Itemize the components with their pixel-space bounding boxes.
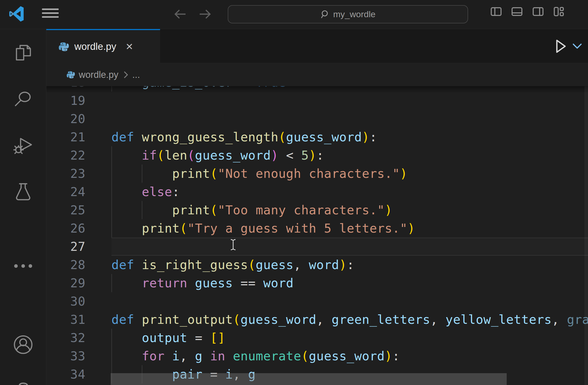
code-line-22[interactable]: 22 if(len(guess_word) < 5):: [46, 146, 588, 164]
editor-actions: [555, 29, 582, 63]
line-number: 30: [46, 292, 85, 310]
tab-wordle-py[interactable]: wordle.py ✕: [46, 29, 160, 63]
mouse-ibeam-cursor: [230, 239, 236, 251]
code-line-24[interactable]: 24 else:: [46, 183, 588, 201]
code-text: def print_output(guess_word, green_lette…: [111, 310, 588, 329]
tab-bar: wordle.py ✕: [46, 29, 588, 63]
code-text: print("Not enough characters."): [111, 164, 407, 183]
line-number: 29: [46, 274, 85, 292]
code-editor[interactable]: 18 game_is_over = True192021def wrong_gu…: [46, 86, 588, 385]
line-number: 21: [46, 128, 85, 146]
navigate-back-icon[interactable]: [174, 8, 187, 21]
code-text: else:: [111, 183, 180, 201]
vertical-scrollbar[interactable]: [584, 86, 588, 385]
code-lines: 18 game_is_over = True192021def wrong_gu…: [46, 86, 588, 385]
code-text: print("Try a guess with 5 letters."): [111, 219, 415, 237]
line-number: 28: [46, 256, 85, 274]
line-number: 23: [46, 164, 85, 183]
code-text: output = []: [111, 329, 225, 347]
code-line-18[interactable]: 18 game_is_over = True: [46, 86, 588, 91]
line-number: 18: [46, 86, 85, 91]
code-text: game_is_over = True: [111, 86, 286, 91]
line-number: 26: [46, 219, 85, 237]
code-line-29[interactable]: 29 return guess == word: [46, 274, 588, 292]
code-line-20[interactable]: 20: [46, 110, 588, 128]
menu-hamburger-icon[interactable]: [42, 8, 59, 20]
activity-bar: [0, 29, 46, 385]
code-line-19[interactable]: 19: [46, 91, 588, 110]
breadcrumb-file[interactable]: wordle.py: [79, 69, 118, 80]
navigate-forward-icon[interactable]: [199, 8, 212, 21]
breadcrumb-ellipsis[interactable]: ...: [132, 69, 140, 80]
toggle-panel-icon[interactable]: [511, 6, 523, 17]
line-number: 25: [46, 201, 85, 219]
code-line-26[interactable]: 26 print("Try a guess with 5 letters."): [46, 219, 588, 237]
vscode-logo-icon: [8, 6, 25, 22]
code-line-32[interactable]: 32 output = []: [46, 329, 588, 347]
python-file-icon-small: [66, 70, 75, 79]
toggle-secondary-sidebar-icon[interactable]: [532, 6, 544, 17]
code-line-28[interactable]: 28def is_right_guess(guess, word):: [46, 256, 588, 274]
customize-layout-icon[interactable]: [553, 6, 565, 17]
python-file-icon: [58, 41, 69, 52]
toggle-primary-sidebar-icon[interactable]: [490, 6, 502, 17]
code-line-30[interactable]: 30: [46, 292, 588, 310]
testing-flask-icon[interactable]: [0, 176, 46, 207]
code-line-33[interactable]: 33 for i, g in enumerate(guess_word):: [46, 347, 588, 365]
code-line-23[interactable]: 23 print("Not enough characters."): [46, 164, 588, 183]
search-value: my_wordle: [333, 9, 375, 19]
line-number: 22: [46, 146, 85, 164]
more-actions-icon[interactable]: [0, 251, 46, 281]
horizontal-scrollbar-thumb[interactable]: [111, 373, 507, 385]
code-text: def is_right_guess(guess, word):: [111, 256, 354, 274]
search-input[interactable]: my_wordle: [228, 5, 468, 23]
line-number: 34: [46, 365, 85, 383]
tab-label: wordle.py: [74, 41, 116, 52]
breadcrumb-chevron-icon: [123, 71, 129, 79]
code-line-27[interactable]: 27: [46, 237, 588, 256]
explorer-icon[interactable]: [0, 37, 46, 68]
code-text: for i, g in enumerate(guess_word):: [111, 347, 400, 365]
line-number: 32: [46, 329, 85, 347]
run-dropdown-chevron-icon[interactable]: [572, 43, 582, 50]
line-number: 24: [46, 183, 85, 201]
run-python-file-icon[interactable]: [555, 39, 567, 53]
python-environment-snake-icon[interactable]: [0, 375, 46, 385]
search-icon: [320, 10, 330, 19]
code-text: if(len(guess_word) < 5):: [111, 146, 324, 164]
line-number: 27: [46, 237, 85, 256]
line-number: 33: [46, 347, 85, 365]
code-line-25[interactable]: 25 print("Too many characters."): [46, 201, 588, 219]
run-and-debug-icon[interactable]: [0, 130, 46, 161]
code-text: def wrong_guess_length(guess_word):: [111, 128, 377, 146]
accounts-icon[interactable]: [0, 329, 46, 360]
code-text: return guess == word: [111, 274, 294, 292]
title-bar: my_wordle: [0, 0, 588, 29]
line-number: 19: [46, 91, 85, 110]
search-sidebar-icon[interactable]: [0, 84, 46, 114]
code-line-21[interactable]: 21def wrong_guess_length(guess_word):: [46, 128, 588, 146]
code-line-31[interactable]: 31def print_output(guess_word, green_let…: [46, 310, 588, 329]
code-text: print("Too many characters."): [111, 201, 392, 219]
line-number: 20: [46, 110, 85, 128]
tab-close-icon[interactable]: ✕: [126, 42, 133, 51]
line-number: 31: [46, 310, 85, 329]
breadcrumb: wordle.py ...: [46, 63, 588, 86]
